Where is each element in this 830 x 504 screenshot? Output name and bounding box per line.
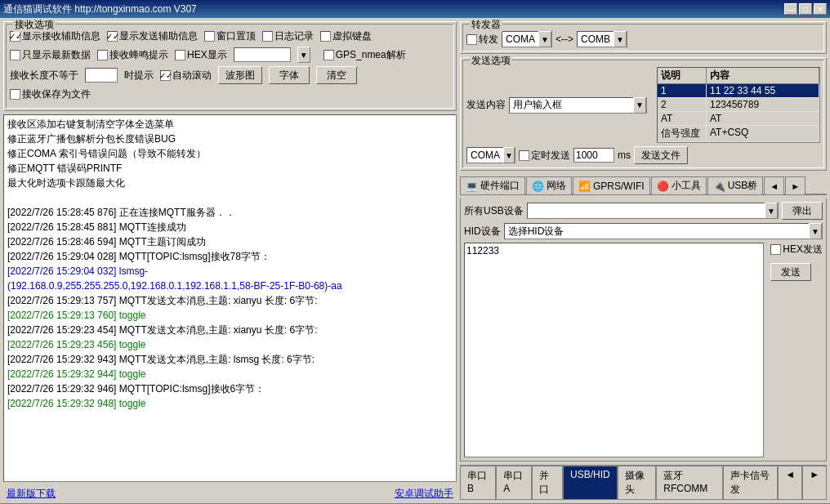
from-combo[interactable]: COMA ▼ <box>502 31 552 47</box>
title-bar: 通信猫调试软件 http://tongxinmao.com V307 — □ ✕ <box>0 0 830 18</box>
send-options-label: 发送选项 <box>470 54 512 68</box>
log-entry-3: [2022/7/26 15:28:46 594] MQTT主题订阅成功 <box>7 234 453 249</box>
tab-hardware[interactable]: 💻 硬件端口 <box>460 176 525 194</box>
tab-soundcard[interactable]: 声卡信号发 <box>723 466 778 500</box>
hex-dropdown[interactable]: ▼ <box>297 47 310 63</box>
recv-options-row2: 只显示最新数据 接收蜂鸣提示 HEX显示 11 22 33 ▼ GPS_nme <box>10 47 450 63</box>
from-port-arrow[interactable]: ▼ <box>503 147 515 163</box>
log-entry-10: [2022/7/26 15:29:23 456] toggle <box>7 337 453 352</box>
timed-check[interactable] <box>519 150 529 161</box>
auto-scroll-checkbox[interactable]: ✓ 自动滚动 <box>160 69 212 83</box>
all-usb-combo[interactable]: ▼ <box>527 203 779 219</box>
tab-bt-next[interactable]: ► <box>802 466 827 500</box>
update-line-4: 修正MQTT 错误码PRINTF <box>7 161 453 176</box>
update-line-5: 最大化时选项卡跟随最大化 <box>7 176 453 190</box>
bottom-tabs: 串口B 串口A 并口 USB/HID 摄像头 蓝牙RFCOMM 声卡信号发 ◄ … <box>460 465 827 500</box>
gps-check[interactable] <box>324 50 334 60</box>
hex-display-checkbox[interactable]: HEX显示 <box>175 48 227 62</box>
forward-checkbox[interactable]: 转发 <box>466 33 498 47</box>
tab-parallel[interactable]: 并口 <box>532 466 563 500</box>
ontop-checkbox[interactable]: 窗口置顶 <box>204 29 256 43</box>
maximize-button[interactable]: □ <box>799 3 812 15</box>
log-label: 日志记录 <box>274 29 314 43</box>
from-port-combo[interactable]: COMA ▼ <box>466 147 515 163</box>
to-dropdown-arrow[interactable]: ▼ <box>614 31 627 47</box>
send-row-at2[interactable]: 信号强度 AT+CSQ <box>658 126 819 142</box>
hid-arrow[interactable]: ▼ <box>809 223 822 239</box>
bottom-links: 最新版下载 安卓调试助手 <box>3 485 457 500</box>
from-dropdown-arrow[interactable]: ▼ <box>538 31 551 47</box>
auto-scroll-check[interactable]: ✓ <box>160 70 171 81</box>
tab-tools[interactable]: 🔴 小工具 <box>651 176 707 194</box>
timed-send-checkbox[interactable]: 定时发送 <box>519 149 570 163</box>
save-file-checkbox[interactable]: 接收保存为文件 <box>10 87 91 101</box>
forward-check[interactable] <box>466 34 477 45</box>
tab-bluetooth[interactable]: 蓝牙RFCOMM <box>656 466 723 500</box>
ontop-check[interactable] <box>204 31 215 42</box>
beep-check[interactable] <box>97 50 108 60</box>
log-entry-11: [2022/7/26 15:29:32 943] MQTT发送文本消息,主题: … <box>7 352 453 367</box>
tab-network[interactable]: 🌐 网络 <box>526 176 572 194</box>
log-area[interactable]: 接收区添加右键复制清空字体全选菜单 修正蓝牙广播包解析分包长度错误BUG 修正C… <box>3 114 457 482</box>
send-second-row: COMA ▼ 定时发送 ms 发送文件 <box>466 146 820 164</box>
recv-len-input[interactable] <box>85 68 118 83</box>
beep-checkbox[interactable]: 接收蜂鸣提示 <box>97 48 168 62</box>
send-row-2[interactable]: 2 123456789 <box>658 98 819 112</box>
gprs-label: GPRS/WIFI <box>593 181 645 192</box>
vkbd-checkbox[interactable]: 虚拟键盘 <box>320 29 372 43</box>
forwarder-from: COMA <box>502 33 538 45</box>
latest-data-check[interactable] <box>10 50 20 60</box>
tab-gprs[interactable]: 📶 GPRS/WIFI <box>573 176 650 194</box>
forwarder-label: 转发器 <box>470 18 502 32</box>
vkbd-label: 虚拟键盘 <box>332 29 372 43</box>
log-entry-14: [2022/7/26 15:29:32 948] toggle <box>7 396 453 411</box>
hex-send-checkbox[interactable]: HEX发送 <box>770 243 823 256</box>
timed-value-input[interactable] <box>573 148 614 163</box>
tab-usb-bridge[interactable]: 🔌 USB桥 <box>707 176 764 194</box>
tab-next[interactable]: ► <box>785 176 805 194</box>
send-file-button[interactable]: 发送文件 <box>634 146 688 164</box>
log-check[interactable] <box>262 31 273 42</box>
usb-textarea[interactable]: 112233 <box>464 243 764 457</box>
latest-download-link[interactable]: 最新版下载 <box>7 487 56 498</box>
wave-button[interactable]: 波形图 <box>218 66 262 84</box>
minimize-button[interactable]: — <box>784 3 797 15</box>
to-combo[interactable]: COMB ▼ <box>577 31 627 47</box>
usb-bridge-label: USB桥 <box>728 179 758 193</box>
show-send-info-checkbox[interactable]: ✓ 显示发送辅助信息 <box>107 29 198 43</box>
android-assistant-link[interactable]: 安卓调试助手 <box>395 487 453 498</box>
window-controls: — □ ✕ <box>784 3 827 15</box>
gps-checkbox[interactable]: GPS_nmea解析 <box>324 48 406 62</box>
tab-prev[interactable]: ◄ <box>764 176 784 194</box>
send-options-section: 发送选项 发送内容 用户输入框 ▼ 说明 内容 <box>460 57 827 171</box>
send-row-1[interactable]: 1 11 22 33 44 55 <box>658 84 819 98</box>
hex-value-input[interactable]: 11 22 33 <box>234 47 291 62</box>
send-content-arrow[interactable]: ▼ <box>633 97 646 114</box>
log-entry-12: [2022/7/26 15:29:32 944] toggle <box>7 367 453 381</box>
hex-display-label: HEX显示 <box>187 48 227 62</box>
save-file-check[interactable] <box>10 89 20 100</box>
vkbd-check[interactable] <box>320 31 331 42</box>
send-content-combo[interactable]: 用户输入框 ▼ <box>509 97 647 114</box>
font-button[interactable]: 字体 <box>269 66 310 84</box>
close-button[interactable]: ✕ <box>814 3 827 15</box>
latest-data-checkbox[interactable]: 只显示最新数据 <box>10 48 91 62</box>
tab-serial-a[interactable]: 串口A <box>496 466 532 500</box>
eject-button[interactable]: 弹出 <box>782 202 823 220</box>
send-row-at1-content: AT <box>707 112 819 125</box>
show-send-info-label: 显示发送辅助信息 <box>119 29 198 43</box>
hid-combo[interactable]: 选择HID设备 ▼ <box>504 223 823 239</box>
log-checkbox[interactable]: 日志记录 <box>262 29 314 43</box>
all-usb-arrow[interactable]: ▼ <box>765 203 778 219</box>
tab-camera[interactable]: 摄像头 <box>618 466 656 500</box>
send-row-at1[interactable]: AT AT <box>658 112 819 126</box>
hex-send-check[interactable] <box>770 244 781 255</box>
clear-button[interactable]: 清空 <box>316 66 357 84</box>
hex-display-check[interactable] <box>175 50 185 60</box>
show-send-info-check[interactable]: ✓ <box>107 31 118 42</box>
tab-usb-hid[interactable]: USB/HID <box>563 466 618 500</box>
tab-bt-prev[interactable]: ◄ <box>778 466 802 500</box>
usb-send-button[interactable]: 发送 <box>770 263 811 281</box>
show-recv-info-check[interactable]: ✓ <box>10 31 20 42</box>
tab-serial-b[interactable]: 串口B <box>460 466 496 500</box>
